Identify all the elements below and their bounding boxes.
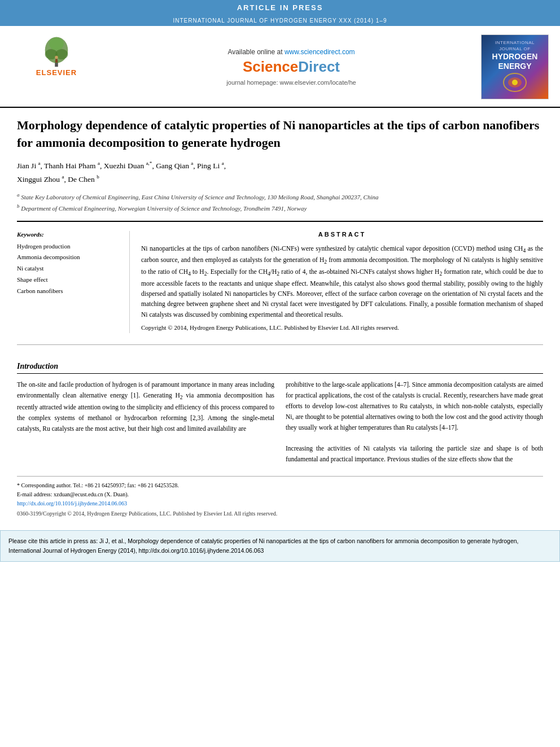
issn-copyright: 0360-3199/Copyright © 2014, Hydrogen Ene… xyxy=(17,510,543,517)
elsevier-logo: ELSEVIER xyxy=(36,34,77,77)
email-note: E-mail address: xzduan@ecust.edu.cn (X. … xyxy=(17,490,543,499)
intro-right-col: prohibitive to the large-scale applicati… xyxy=(286,379,543,465)
affiliations: a State Key Laboratory of Chemical Engin… xyxy=(17,191,543,214)
citation-box-text: Please cite this article in press as: Ji… xyxy=(8,536,552,556)
journal-cover-graphic xyxy=(501,71,529,94)
corresponding-author-note: * Corresponding author. Tel.: +86 21 642… xyxy=(17,481,543,490)
svg-point-9 xyxy=(512,80,518,85)
journal-cover-area: International Journal of HYDROGENENERGY xyxy=(470,32,560,102)
abstract-heading: ABSTRACT xyxy=(141,231,543,238)
journal-homepage-label: journal homepage: www.elsevier.com/locat… xyxy=(226,79,356,86)
introduction-body: The on-site and facile production of hyd… xyxy=(17,379,543,465)
keyword-ni-catalyst: Ni catalyst xyxy=(17,263,118,274)
svg-point-4 xyxy=(49,38,64,50)
abstract-text: Ni nanoparticles at the tips of carbon n… xyxy=(141,243,543,320)
journal-title-text: INTERNATIONAL JOURNAL OF HYDROGEN ENERGY… xyxy=(173,18,387,24)
keywords-abstract-section: Keywords: Hydrogen production Ammonia de… xyxy=(17,222,543,333)
citation-box: Please cite this article in press as: Ji… xyxy=(0,530,560,562)
svg-point-5 xyxy=(55,56,58,59)
footnote-section: * Corresponding author. Tel.: +86 21 642… xyxy=(17,476,543,521)
paper-title-section: Morphology dependence of catalytic prope… xyxy=(17,108,543,222)
section-divider-1 xyxy=(17,344,543,345)
available-online-text: Available online at www.sciencedirect.co… xyxy=(228,48,355,56)
keyword-ammonia-decomposition: Ammonia decomposition xyxy=(17,252,118,263)
abstract-section: ABSTRACT Ni nanoparticles at the tips of… xyxy=(141,231,543,333)
introduction-heading: Introduction xyxy=(17,362,543,374)
keyword-shape-effect: Shape effect xyxy=(17,274,118,286)
introduction-section: Introduction The on-site and facile prod… xyxy=(17,356,543,465)
doi-note: http://dx.doi.org/10.1016/j.ijhydene.201… xyxy=(17,499,543,508)
keyword-carbon-nanofibers: Carbon nanofibers xyxy=(17,286,118,297)
doi-link[interactable]: http://dx.doi.org/10.1016/j.ijhydene.201… xyxy=(17,500,127,506)
elsevier-tree-icon xyxy=(40,34,73,68)
intro-left-text: The on-site and facile production of hyd… xyxy=(17,379,274,434)
elsevier-wordmark: ELSEVIER xyxy=(36,68,77,77)
keyword-hydrogen-production: Hydrogen production xyxy=(17,241,118,252)
science-direct-info: Available online at www.sciencedirect.co… xyxy=(113,32,470,102)
paper-title: Morphology dependence of catalytic prope… xyxy=(17,117,543,152)
page-header: ELSEVIER Available online at www.science… xyxy=(0,26,560,108)
intro-right-text: prohibitive to the large-scale applicati… xyxy=(286,379,543,465)
journal-homepage-text: journal homepage: www.elsevier.com/locat… xyxy=(226,79,356,86)
elsevier-logo-area: ELSEVIER xyxy=(0,32,113,102)
abstract-copyright: Copyright © 2014, Hydrogen Energy Public… xyxy=(141,323,543,333)
keywords-label: Keywords: xyxy=(17,231,118,238)
science-direct-logo: ScienceDirect xyxy=(243,58,340,76)
keywords-section: Keywords: Hydrogen production Ammonia de… xyxy=(17,231,118,297)
abstract-column: ABSTRACT Ni nanoparticles at the tips of… xyxy=(130,231,543,333)
authors-list: Jian Ji a, Thanh Hai Pham a, Xuezhi Duan… xyxy=(17,159,543,187)
journal-cover-image: International Journal of HYDROGENENERGY xyxy=(481,34,549,99)
main-content: Morphology dependence of catalytic prope… xyxy=(0,108,560,521)
science-direct-url-link[interactable]: www.sciencedirect.com xyxy=(285,48,355,56)
svg-rect-6 xyxy=(55,59,58,62)
banner-text: ARTICLE IN PRESS xyxy=(237,3,323,12)
article-in-press-banner: ARTICLE IN PRESS xyxy=(0,0,560,15)
keywords-column: Keywords: Hydrogen production Ammonia de… xyxy=(17,231,130,333)
intro-left-col: The on-site and facile production of hyd… xyxy=(17,379,274,465)
journal-title-bar: INTERNATIONAL JOURNAL OF HYDROGEN ENERGY… xyxy=(0,15,560,26)
